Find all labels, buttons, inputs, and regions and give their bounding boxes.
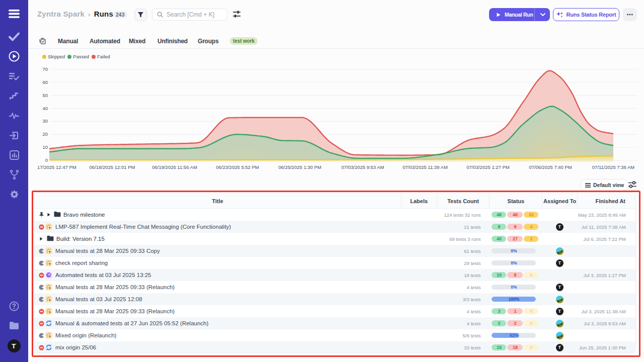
svg-text:10: 10	[42, 144, 48, 150]
svg-text:70: 70	[42, 66, 48, 72]
svg-text:06/19/2025 11:56 AM: 06/19/2025 11:56 AM	[152, 164, 197, 170]
svg-text:07/03/2025 9:53 AM: 07/03/2025 9:53 AM	[341, 164, 384, 170]
svg-text:0: 0	[45, 157, 48, 163]
svg-text:40: 40	[42, 106, 48, 111]
svg-text:07/03/2025 11:38 AM: 07/03/2025 11:38 AM	[403, 164, 448, 170]
svg-text:60: 60	[42, 79, 48, 85]
svg-text:50: 50	[42, 93, 48, 98]
svg-text:17/2025 12:47 PM: 17/2025 12:47 PM	[37, 164, 76, 170]
svg-text:07/11/2025 7:38 AM: 07/11/2025 7:38 AM	[592, 164, 634, 170]
svg-text:07/06/2025 7:40 PM: 07/06/2025 7:40 PM	[529, 164, 572, 170]
svg-text:06/18/2025 12:01 PM: 06/18/2025 12:01 PM	[90, 164, 135, 170]
svg-text:06/23/2025 5:52 PM: 06/23/2025 5:52 PM	[216, 164, 259, 170]
svg-text:06/25/2025 1:30 PM: 06/25/2025 1:30 PM	[278, 164, 321, 170]
svg-text:20: 20	[42, 131, 48, 137]
svg-text:30: 30	[42, 118, 48, 124]
svg-text:07/03/2025 1:27 PM: 07/03/2025 1:27 PM	[466, 164, 510, 170]
